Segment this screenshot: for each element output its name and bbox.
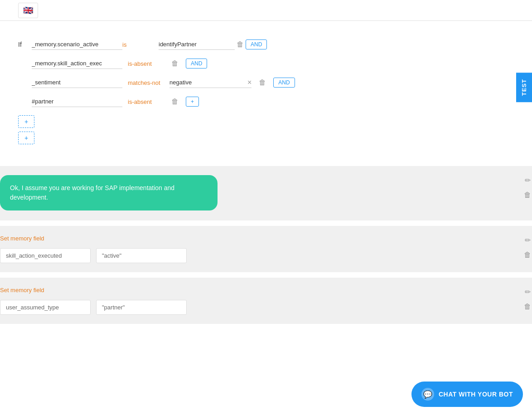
memory-block-2-label: Set memory field <box>0 287 532 294</box>
flag-tab[interactable]: 🇬🇧 <box>18 3 38 18</box>
delete-condition-1[interactable]: 🗑 <box>235 39 246 49</box>
content-area: If is 🗑 AND is-absent 🗑 AND matches-not <box>0 21 532 166</box>
condition-operator-3: matches-not <box>128 79 164 86</box>
if-label: If <box>18 41 32 48</box>
condition-row-1: If is 🗑 AND <box>18 39 514 50</box>
add-row-1: + <box>18 115 514 128</box>
edit-memory-1-button[interactable]: ✏ <box>523 235 532 245</box>
and-button-3[interactable]: AND <box>273 78 295 88</box>
main-container: 🇬🇧 If is 🗑 AND is-absent 🗑 AND <box>0 0 532 416</box>
memory-block-1-label: Set memory field <box>0 235 532 242</box>
condition-row-3: matches-not × 🗑 AND <box>32 77 514 88</box>
edit-memory-2-button[interactable]: ✏ <box>523 287 532 297</box>
condition-field-1[interactable] <box>32 39 122 50</box>
tab-bar: 🇬🇧 <box>0 0 532 21</box>
memory-field-name-1[interactable] <box>0 248 91 263</box>
condition-field-3[interactable] <box>32 77 122 88</box>
chat-button-label: CHAT WITH YOUR BOT <box>439 391 513 398</box>
spacer-2 <box>0 272 532 276</box>
sentiment-value-wrap: × <box>169 77 251 88</box>
message-text: Ok, I assume you are working for SAP imp… <box>10 184 174 201</box>
edit-message-button[interactable]: ✏ <box>523 175 532 186</box>
condition-row-4: is-absent 🗑 + <box>32 96 514 107</box>
and-button-1[interactable]: AND <box>246 39 267 49</box>
condition-value-1[interactable] <box>159 39 235 50</box>
delete-condition-3[interactable]: 🗑 <box>257 78 268 88</box>
delete-message-button[interactable]: 🗑 <box>523 190 532 200</box>
memory-field-value-1[interactable] <box>96 248 187 263</box>
add-condition-button-2[interactable]: + <box>18 132 34 144</box>
message-bubble: Ok, I assume you are working for SAP imp… <box>0 175 218 210</box>
delete-memory-2-button[interactable]: 🗑 <box>523 302 532 312</box>
memory-field-name-2[interactable] <box>0 300 91 315</box>
memory-block-1: Set memory field ≡ ✏ 🗑 <box>0 224 532 272</box>
memory-fields-row-2 <box>0 300 532 315</box>
message-block-actions: ✏ 🗑 <box>523 175 532 200</box>
delete-condition-2[interactable]: 🗑 <box>169 59 180 69</box>
chat-with-bot-button[interactable]: 💬 CHAT WITH YOUR BOT <box>411 382 523 407</box>
memory-fields-row-1 <box>0 248 532 263</box>
memory-block-2: Set memory field ≡ ✏ 🗑 <box>0 276 532 324</box>
add-row-2: + <box>18 132 514 144</box>
memory-field-value-2[interactable] <box>96 300 187 315</box>
condition-operator-4: is-absent <box>128 98 164 105</box>
condition-row-2: is-absent 🗑 AND <box>32 58 514 69</box>
condition-operator-1: is <box>122 41 159 48</box>
message-block: ≡ Ok, I assume you are working for SAP i… <box>0 166 532 220</box>
memory-block-1-actions: ✏ 🗑 <box>523 235 532 260</box>
test-button[interactable]: TEST <box>516 73 532 102</box>
condition-field-4[interactable] <box>32 96 122 107</box>
close-icon-3[interactable]: × <box>247 78 251 87</box>
delete-condition-4[interactable]: 🗑 <box>169 97 180 107</box>
memory-block-2-actions: ✏ 🗑 <box>523 287 532 312</box>
chat-icon: 💬 <box>421 388 434 401</box>
condition-operator-2: is-absent <box>128 60 164 67</box>
flag-emoji: 🇬🇧 <box>23 5 33 15</box>
chat-emoji: 💬 <box>423 390 433 399</box>
conditions-block: If is 🗑 AND is-absent 🗑 AND matches-not <box>18 30 514 157</box>
condition-field-2[interactable] <box>32 58 122 69</box>
condition-value-3[interactable] <box>169 77 246 88</box>
and-button-2[interactable]: AND <box>186 59 207 69</box>
spacer-1 <box>0 220 532 224</box>
delete-memory-1-button[interactable]: 🗑 <box>523 250 532 260</box>
add-condition-button-1[interactable]: + <box>18 115 34 128</box>
plus-button-4[interactable]: + <box>186 97 199 107</box>
